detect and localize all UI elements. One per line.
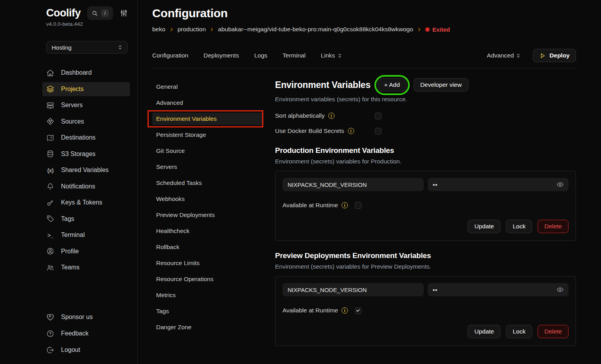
reveal-value-button[interactable] <box>556 180 565 189</box>
tab-terminal[interactable]: Terminal <box>283 52 306 59</box>
available-at-runtime-checkbox[interactable] <box>355 202 362 209</box>
info-icon[interactable]: i <box>342 202 348 208</box>
sidebar-item-keys-tokens[interactable]: Keys & Tokens <box>42 195 130 210</box>
subnav-tags[interactable]: Tags <box>152 305 263 317</box>
lock-button[interactable]: Lock <box>506 220 532 233</box>
available-at-runtime-label: Available at Runtime <box>283 307 338 314</box>
map-icon <box>46 134 54 142</box>
sidebar-item-teams[interactable]: Teams <box>42 260 130 274</box>
deploy-button[interactable]: Deploy <box>533 49 576 62</box>
sidebar-item-sponsor[interactable]: Sponsor us <box>42 310 130 324</box>
sidebar-item-label: Dashboard <box>61 69 92 76</box>
variable-key-input[interactable] <box>283 178 424 191</box>
sidebar-item-label: Terminal <box>61 231 85 238</box>
sidebar-item-shared-variables[interactable]: (x) Shared Variables <box>42 163 130 177</box>
sidebar-item-label: Tags <box>61 215 74 222</box>
available-at-runtime-checkbox[interactable] <box>355 307 362 314</box>
panel-title: Environment Variables <box>275 80 371 90</box>
sidebar-item-label: Feedback <box>61 330 88 337</box>
app-version: v4.0.0-beta.442 <box>46 21 133 27</box>
sidebar-item-dashboard[interactable]: Dashboard <box>42 66 130 80</box>
team-select[interactable]: Hosting <box>46 41 128 54</box>
tag-icon <box>46 215 54 223</box>
advanced-dropdown[interactable]: Advanced <box>487 52 521 59</box>
sidebar-item-terminal[interactable]: >_ Terminal <box>42 228 130 242</box>
sidebar-item-servers[interactable]: Servers <box>42 98 130 112</box>
docker-build-secrets-checkbox[interactable] <box>375 128 381 134</box>
tab-deployments[interactable]: Deployments <box>203 52 239 59</box>
sidebar-item-notifications[interactable]: Notifications <box>42 179 130 194</box>
subnav-servers[interactable]: Servers <box>152 161 263 173</box>
sidebar-item-sources[interactable]: Sources <box>42 115 130 129</box>
sort-alphabetically-checkbox[interactable] <box>375 113 381 119</box>
sidebar-item-feedback[interactable]: Feedback <box>42 326 130 341</box>
home-icon <box>46 69 54 77</box>
available-at-runtime-row: Available at Runtime i <box>283 201 569 210</box>
sidebar-item-tags[interactable]: Tags <box>42 212 130 226</box>
breadcrumb: beko production abubakar--meigag/vid-tub… <box>152 26 576 33</box>
sidebar-item-label: Destinations <box>61 134 95 141</box>
sidebar-footer: Sponsor us Feedback Logout <box>46 310 130 359</box>
sort-alphabetically-row: Sort alphabetically i <box>275 111 576 120</box>
subnav-git-source[interactable]: Git Source <box>152 145 263 157</box>
chevron-right-icon <box>209 27 214 32</box>
sidebar-item-s3-storages[interactable]: S3 Storages <box>42 147 130 161</box>
subnav-scheduled-tasks[interactable]: Scheduled Tasks <box>152 177 263 189</box>
subnav-preview-deployments[interactable]: Preview Deployments <box>152 209 263 221</box>
subnav-webhooks[interactable]: Webhooks <box>152 193 263 205</box>
variable-value-input[interactable] <box>428 283 569 296</box>
tab-links-label: Links <box>321 52 335 59</box>
chevron-updown-icon <box>117 44 123 50</box>
subnav-danger-zone[interactable]: Danger Zone <box>152 321 263 334</box>
subnav-healthcheck[interactable]: Healthcheck <box>152 225 263 237</box>
advanced-label: Advanced <box>487 52 514 59</box>
subnav-resource-operations[interactable]: Resource Operations <box>152 273 263 285</box>
info-icon[interactable]: i <box>328 113 335 119</box>
breadcrumb-environment[interactable]: production <box>178 26 206 33</box>
git-source-icon <box>46 117 54 126</box>
available-at-runtime-row: Available at Runtime i <box>283 306 569 315</box>
layers-icon <box>46 85 54 93</box>
tab-links[interactable]: Links <box>321 52 343 59</box>
update-button[interactable]: Update <box>468 325 500 338</box>
sidebar: Coolify / v4.0.0-beta.442 Hosting Dashbo… <box>0 0 138 364</box>
subnav-advanced[interactable]: Advanced <box>152 97 263 109</box>
breadcrumb-project[interactable]: beko <box>152 26 166 33</box>
available-at-runtime-label: Available at Runtime <box>283 202 338 209</box>
variable-key-input[interactable] <box>283 283 424 296</box>
status-badge: Exited <box>425 26 450 33</box>
database-icon <box>46 150 54 158</box>
preview-variable-card: Available at Runtime i Update Lock Delet… <box>275 276 576 346</box>
delete-button[interactable]: Delete <box>538 325 569 338</box>
info-icon[interactable]: i <box>348 128 354 134</box>
delete-button[interactable]: Delete <box>538 220 569 233</box>
developer-view-button[interactable]: Developer view <box>414 78 468 91</box>
divider <box>152 68 576 68</box>
info-icon[interactable]: i <box>342 307 348 314</box>
sidebar-item-profile[interactable]: Profile <box>42 244 130 258</box>
sidebar-item-logout[interactable]: Logout <box>42 343 130 357</box>
tab-logs[interactable]: Logs <box>254 52 268 59</box>
search-button[interactable]: / <box>87 6 113 20</box>
reveal-value-button[interactable] <box>556 285 565 294</box>
environment-variables-panel: Environment Variables + Add Developer vi… <box>275 77 576 346</box>
add-variable-button[interactable]: + Add <box>378 78 407 91</box>
subnav-rollback[interactable]: Rollback <box>152 241 263 253</box>
subnav-general[interactable]: General <box>152 81 263 93</box>
sidebar-item-label: Projects <box>61 86 84 93</box>
sidebar-item-projects[interactable]: Projects <box>42 82 130 96</box>
tab-configuration[interactable]: Configuration <box>152 52 188 59</box>
subnav-persistent-storage[interactable]: Persistent Storage <box>152 129 263 141</box>
subnav-resource-limits[interactable]: Resource Limits <box>152 257 263 269</box>
production-variable-card: Available at Runtime i Update Lock Delet… <box>275 171 576 241</box>
sidebar-item-destinations[interactable]: Destinations <box>42 131 130 145</box>
update-button[interactable]: Update <box>468 220 500 233</box>
breadcrumb-resource[interactable]: abubakar--meigag/vid-tube-beko-pro:main-… <box>218 26 413 33</box>
variable-value-input[interactable] <box>428 178 569 191</box>
subnav-label: Environment Variables <box>156 115 217 122</box>
subnav-environment-variables[interactable]: Environment Variables <box>152 113 263 125</box>
settings-subnav: General Advanced Environment Variables P… <box>152 77 275 346</box>
lock-button[interactable]: Lock <box>506 325 532 338</box>
subnav-metrics[interactable]: Metrics <box>152 289 263 301</box>
settings-sliders-icon[interactable] <box>120 9 128 17</box>
